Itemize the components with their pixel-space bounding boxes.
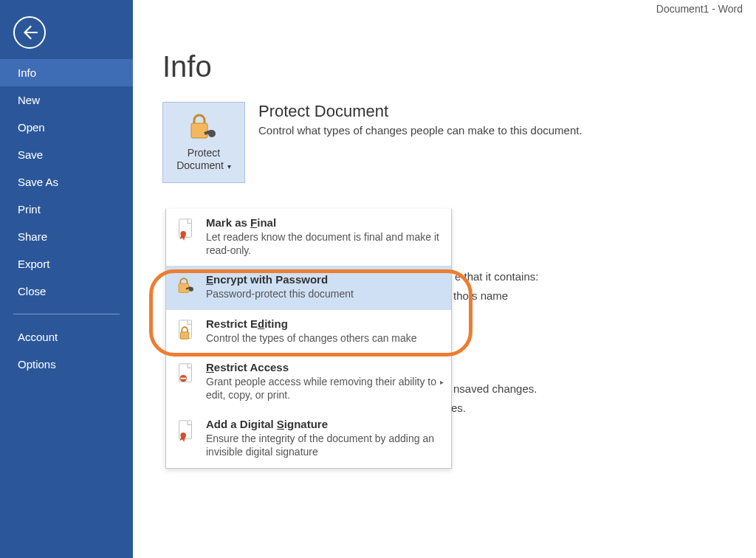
svg-rect-0: [191, 123, 207, 138]
lock-key-icon: [187, 113, 221, 142]
back-button[interactable]: [13, 16, 46, 49]
menu-item-desc: Let readers know the document is final a…: [206, 230, 441, 257]
ribbon-icon: [175, 216, 197, 241]
window-title: Document1 - Word: [656, 3, 743, 15]
backstage-sidebar: InfoNewOpenSaveSave AsPrintShareExportCl…: [0, 0, 133, 558]
lock-key-icon: [175, 273, 197, 298]
protect-document-section: Protect Document ▾ Protect Document Cont…: [162, 102, 734, 183]
svg-rect-9: [180, 331, 188, 338]
protect-button-label-1: Protect: [188, 147, 220, 159]
sidebar-item-new[interactable]: New: [0, 86, 133, 114]
sidebar-item-close[interactable]: Close: [0, 278, 133, 305]
sidebar-item-share[interactable]: Share: [0, 223, 133, 250]
page-title: Info: [162, 50, 734, 83]
protect-description: Control what types of changes people can…: [258, 124, 583, 137]
menu-item-restrict-editing[interactable]: Restrict EditingControl the types of cha…: [166, 310, 451, 354]
menu-item-add-a-digital-signature[interactable]: Add a Digital SignatureEnsure the integr…: [166, 410, 451, 467]
sidebar-item-save-as[interactable]: Save As: [0, 168, 133, 196]
protect-heading: Protect Document: [258, 102, 583, 121]
menu-item-title: Add a Digital Signature: [206, 418, 441, 430]
background-text: tho s name: [453, 289, 508, 302]
chevron-right-icon: ▸: [440, 378, 444, 386]
svg-rect-12: [180, 377, 186, 379]
sidebar-item-save[interactable]: Save: [0, 141, 133, 168]
protect-button-label-2: Document: [176, 159, 224, 171]
menu-item-desc: Ensure the integrity of the document by …: [206, 432, 441, 458]
menu-item-mark-as-final[interactable]: Mark as FinalLet readers know the docume…: [166, 209, 451, 266]
sidebar-item-options[interactable]: Options: [0, 351, 133, 378]
menu-item-title: Mark as Final: [206, 216, 441, 229]
menu-item-desc: Password-protect this document: [206, 287, 441, 300]
lock-icon: [175, 317, 197, 342]
sidebar-separator: [13, 314, 120, 314]
menu-item-desc: Control the types of changes others can …: [206, 331, 441, 345]
sidebar-item-export[interactable]: Export: [0, 250, 133, 278]
menu-item-encrypt-with-password[interactable]: Encrypt with PasswordPassword-protect th…: [166, 266, 451, 309]
arrow-left-icon: [20, 23, 39, 42]
background-text: nsaved changes.: [453, 382, 537, 395]
background-text: es.: [451, 402, 466, 414]
menu-item-title: Restrict Access: [206, 361, 441, 373]
sidebar-item-info[interactable]: Info: [0, 59, 133, 86]
background-text: e that it contains:: [455, 270, 538, 283]
protect-document-button[interactable]: Protect Document ▾: [162, 102, 245, 183]
chevron-down-icon: ▾: [225, 162, 231, 170]
sidebar-item-open[interactable]: Open: [0, 114, 133, 141]
menu-item-desc: Grant people access while removing their…: [206, 375, 441, 402]
protect-document-menu: Mark as FinalLet readers know the docume…: [165, 209, 452, 469]
sidebar-item-account[interactable]: Account: [0, 323, 133, 351]
menu-item-title: Encrypt with Password: [206, 273, 441, 286]
menu-item-restrict-access[interactable]: Restrict AccessGrant people access while…: [166, 354, 451, 410]
ribbon-icon: [175, 418, 197, 443]
sidebar-item-print[interactable]: Print: [0, 196, 133, 223]
deny-icon: [175, 361, 197, 386]
menu-item-title: Restrict Editing: [206, 317, 441, 330]
